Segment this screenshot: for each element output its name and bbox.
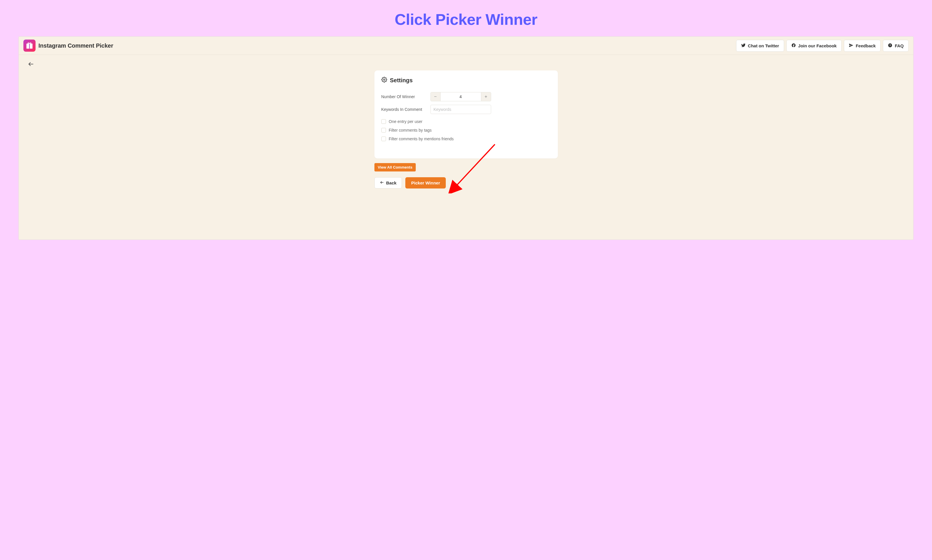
svg-point-6 — [383, 79, 385, 80]
app-header: Instagram Comment Picker Chat on Twitter… — [19, 37, 913, 55]
back-button[interactable]: Back — [374, 177, 402, 189]
view-all-comments-button[interactable]: View All Comments — [374, 163, 416, 171]
header-actions: Chat on Twitter Join our Facebook Feedba… — [736, 40, 909, 52]
paper-plane-icon — [849, 43, 853, 49]
chat-twitter-label: Chat on Twitter — [748, 43, 779, 48]
join-facebook-button[interactable]: Join our Facebook — [786, 40, 842, 52]
join-facebook-label: Join our Facebook — [798, 43, 837, 48]
checkbox-filter-tags-label: Filter comments by tags — [389, 128, 432, 132]
twitter-icon — [741, 43, 746, 49]
banner-title: Click Picker Winner — [0, 0, 932, 36]
checkbox-filter-mentions[interactable] — [381, 137, 386, 141]
chat-twitter-button[interactable]: Chat on Twitter — [736, 40, 784, 52]
svg-text:?: ? — [889, 44, 891, 47]
keywords-input[interactable] — [431, 105, 491, 114]
facebook-icon — [791, 43, 796, 49]
checkbox-one-entry-label: One entry per user — [389, 119, 423, 124]
checkbox-filter-mentions-row[interactable]: Filter comments by mentions friends — [381, 137, 551, 141]
checkbox-one-entry-row[interactable]: One entry per user — [381, 119, 551, 124]
feedback-label: Feedback — [856, 43, 876, 48]
back-arrow-icon[interactable] — [27, 60, 35, 68]
settings-card: Settings Number Of Winner − + Keywords I… — [374, 71, 558, 158]
stepper-plus-button[interactable]: + — [481, 92, 491, 101]
checkbox-filter-tags-row[interactable]: Filter comments by tags — [381, 128, 551, 132]
app-body: Settings Number Of Winner − + Keywords I… — [19, 55, 913, 240]
back-button-label: Back — [386, 180, 397, 185]
stepper-minus-button[interactable]: − — [431, 92, 441, 101]
checkbox-filter-tags[interactable] — [381, 128, 386, 132]
brand: Instagram Comment Picker — [23, 40, 113, 52]
question-circle-icon: ? — [888, 43, 892, 49]
brand-logo-icon — [23, 40, 35, 52]
feedback-button[interactable]: Feedback — [844, 40, 881, 52]
app-frame: Instagram Comment Picker Chat on Twitter… — [19, 36, 913, 240]
faq-label: FAQ — [895, 43, 904, 48]
checkbox-one-entry[interactable] — [381, 119, 386, 124]
picker-winner-button[interactable]: Picker Winner — [405, 177, 446, 189]
checkbox-filter-mentions-label: Filter comments by mentions friends — [389, 137, 454, 141]
winner-count-stepper: − + — [431, 92, 491, 101]
settings-title: Settings — [390, 77, 413, 84]
number-of-winner-label: Number Of Winner — [381, 94, 431, 99]
gear-icon — [381, 77, 387, 84]
faq-button[interactable]: ? FAQ — [883, 40, 909, 52]
keywords-label: Keywords In Comment — [381, 107, 431, 112]
app-title: Instagram Comment Picker — [39, 42, 113, 49]
winner-count-input[interactable] — [441, 92, 481, 101]
arrow-left-icon — [380, 180, 384, 185]
